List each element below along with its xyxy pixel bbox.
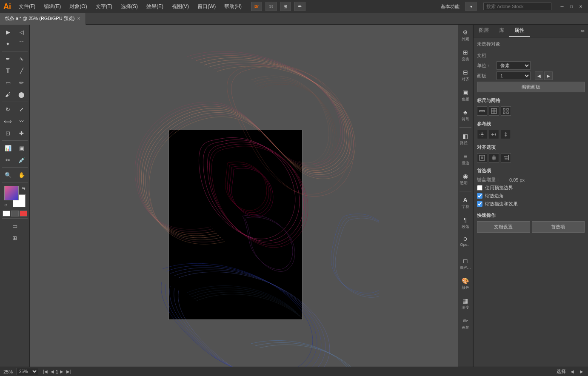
pencil-tool[interactable]: ✏: [15, 77, 28, 88]
free-transform-tool[interactable]: ⊡: [2, 128, 14, 139]
unit-select[interactable]: 像素 点 毫米 厘米: [497, 61, 531, 70]
menu-type[interactable]: 文字(T): [93, 2, 115, 11]
qp-label: 色板: [462, 97, 469, 102]
grid-icon[interactable]: [489, 106, 499, 116]
qp-paragraph[interactable]: ¶ 段落: [458, 214, 473, 232]
next-artboard-btn[interactable]: ▶: [59, 369, 65, 374]
type-tool[interactable]: T: [2, 65, 14, 76]
ruler-h-icon[interactable]: [477, 106, 487, 116]
scale-tool[interactable]: ⤢: [15, 104, 28, 115]
search-input[interactable]: [483, 3, 551, 10]
align-center-h-icon[interactable]: [489, 153, 499, 162]
stock-icon[interactable]: St: [265, 2, 277, 11]
document-tab[interactable]: 线条.ai* @ 25% (RGB/GPU 预览) ✕: [0, 13, 86, 25]
qp-color-guide[interactable]: ◻ 颜色...: [458, 255, 473, 273]
eyedropper-tool[interactable]: 💉: [15, 154, 28, 165]
curvature-tool[interactable]: ∿: [15, 53, 28, 64]
red-color-preset[interactable]: [20, 211, 27, 216]
preview-bounds-checkbox[interactable]: [477, 185, 482, 191]
canvas-area[interactable]: [30, 25, 458, 367]
tab-close-icon[interactable]: ✕: [77, 16, 80, 21]
undo-btn[interactable]: ◀: [535, 71, 543, 80]
panel-collapse-icon[interactable]: ≫: [577, 27, 588, 35]
slice-tool[interactable]: ✂: [2, 154, 14, 165]
foreground-color[interactable]: [4, 186, 19, 200]
qp-symbols[interactable]: ♣ 符号: [458, 106, 473, 125]
add-guide-icon[interactable]: [477, 130, 487, 139]
line-tool[interactable]: ╱: [15, 65, 28, 76]
pen-tool-icon[interactable]: ✒: [294, 2, 305, 11]
selection-tool[interactable]: ▶: [2, 26, 14, 37]
menu-object[interactable]: 对象(O): [67, 2, 89, 11]
hand-tool[interactable]: ✋: [15, 169, 28, 180]
scale-strokes-checkbox[interactable]: [477, 201, 482, 207]
preferences-button[interactable]: 首选项: [532, 221, 585, 233]
align-right-icon[interactable]: [501, 153, 511, 162]
workspace-dropdown[interactable]: ▾: [465, 2, 477, 11]
edit-canvas-button[interactable]: 编辑画板: [477, 82, 585, 92]
none-color-preset[interactable]: [11, 211, 19, 216]
maximize-button[interactable]: □: [568, 3, 575, 10]
pen-tool[interactable]: ✒: [2, 53, 14, 64]
status-arrow-left[interactable]: ◀: [569, 369, 575, 374]
qp-appearance[interactable]: ⚙ 外观: [458, 26, 473, 45]
zoom-select[interactable]: 25% 50% 100%: [16, 368, 38, 375]
puppet-warp-tool[interactable]: ✤: [15, 128, 28, 139]
artboards-panel[interactable]: ⊞: [9, 232, 21, 243]
prev-artboard-btn[interactable]: ◀: [49, 369, 55, 374]
menu-select[interactable]: 选择(S): [118, 2, 140, 11]
menu-window[interactable]: 窗口(W): [195, 2, 218, 11]
guide-h-icon[interactable]: [489, 130, 499, 139]
qp-transparency[interactable]: ◉ 透明...: [458, 170, 473, 188]
qp-brush[interactable]: ✏ 画笔: [458, 315, 473, 333]
qp-align[interactable]: ⊟ 对齐: [458, 66, 473, 85]
minimize-button[interactable]: ─: [558, 3, 566, 10]
rotate-tool[interactable]: ↻: [2, 104, 14, 115]
grid-view-icon[interactable]: ⊞: [280, 2, 291, 11]
main-area: ▶ ◁ ✦ ⌒ ✒ ∿ T ╱ ▭ ✏ 🖌 ⬤ ↻ ⤢ ⟺: [0, 25, 588, 367]
doc-settings-button[interactable]: 文档设置: [477, 221, 530, 233]
bridge-icon[interactable]: Br: [251, 2, 262, 11]
menu-edit[interactable]: 编辑(E): [41, 2, 63, 11]
graph-tool[interactable]: 📊: [2, 142, 14, 154]
rectangle-tool[interactable]: ▭: [2, 77, 14, 88]
close-button[interactable]: ✕: [577, 3, 585, 10]
pixel-grid-icon[interactable]: [501, 106, 511, 116]
paintbrush-tool[interactable]: 🖌: [2, 89, 14, 100]
menu-file[interactable]: 文件(F): [16, 2, 38, 11]
magic-wand-tool[interactable]: ✦: [2, 38, 14, 49]
reset-colors-icon[interactable]: ⊙: [4, 203, 8, 207]
first-artboard-btn[interactable]: |◀: [42, 369, 49, 374]
qp-color[interactable]: 🎨 颜色: [458, 275, 473, 293]
lasso-tool[interactable]: ⌒: [15, 38, 28, 49]
tab-properties[interactable]: 属性: [509, 25, 530, 37]
swap-colors-icon[interactable]: ⇆: [22, 186, 26, 190]
width-tool[interactable]: ⟺: [2, 116, 14, 127]
redo-btn[interactable]: ▶: [544, 71, 553, 80]
scale-corners-checkbox[interactable]: [477, 193, 482, 199]
direct-selection-tool[interactable]: ◁: [15, 26, 28, 37]
zoom-tool[interactable]: 🔍: [2, 169, 14, 180]
qp-transform[interactable]: ⊞ 变换: [458, 46, 473, 65]
guide-v-icon[interactable]: [501, 130, 511, 139]
qp-character[interactable]: A 字符: [458, 194, 473, 212]
white-color-preset[interactable]: [3, 211, 10, 216]
menu-view[interactable]: 视图(V): [169, 2, 191, 11]
qp-open-type[interactable]: O Ope...: [458, 234, 473, 249]
warp-tool[interactable]: 〰: [15, 116, 28, 127]
qp-stroke[interactable]: ≡ 描边: [458, 150, 473, 168]
tab-layers[interactable]: 图层: [474, 25, 494, 37]
last-artboard-btn[interactable]: ▶|: [65, 369, 72, 374]
blob-brush-tool[interactable]: ⬤: [15, 89, 28, 100]
menu-effect[interactable]: 效果(E): [144, 2, 166, 11]
qp-gradient[interactable]: ▦ 渐变: [458, 295, 473, 313]
artboard-tool[interactable]: ▣: [15, 142, 28, 154]
status-arrow-right[interactable]: ▶: [579, 369, 585, 374]
menu-help[interactable]: 帮助(H): [222, 2, 244, 11]
qp-pathfinder[interactable]: ◧ 路径...: [458, 130, 473, 148]
align-pixel-icon[interactable]: [477, 153, 487, 162]
tab-library[interactable]: 库: [494, 25, 509, 37]
change-screen-mode[interactable]: ▭: [9, 220, 21, 231]
qp-swatches[interactable]: ▣ 色板: [458, 86, 473, 105]
artboard-select[interactable]: 1 2: [497, 71, 531, 80]
